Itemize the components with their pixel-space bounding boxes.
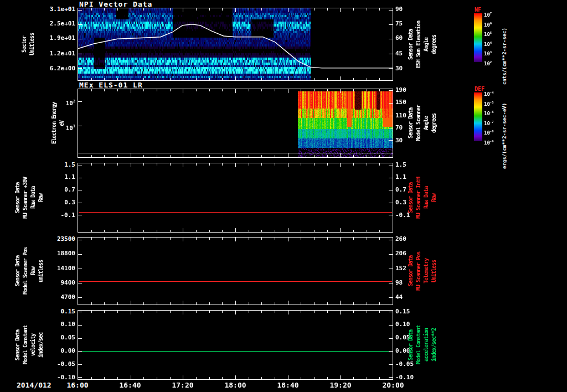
right-axis-label-1-line-1: ESH Sun Elevation	[415, 8, 423, 81]
x-tick-mark	[353, 78, 354, 80]
right-axis-label-4-line-3: Unitless	[431, 237, 439, 305]
y-tick-mark	[389, 254, 393, 255]
exp-base: 10	[484, 12, 490, 18]
x-tick-mark	[314, 302, 315, 305]
x-tick-mark	[104, 238, 105, 240]
exp-sup: -9	[490, 140, 494, 143]
x-tick-mark	[183, 76, 183, 80]
y-tick-mark	[78, 101, 82, 102]
colorbar-nf-title: NF	[475, 7, 481, 13]
x-tick-mark	[288, 89, 288, 93]
colorbar-tick-label: 102	[484, 59, 501, 65]
exp-base: 10	[484, 61, 490, 66]
x-tick-mark	[288, 238, 288, 241]
y-tick-label: 1.9e+01	[32, 35, 75, 42]
x-tick-mark	[249, 155, 249, 157]
y-tick-mark	[389, 90, 393, 91]
x-tick-mark	[131, 89, 131, 93]
x-tick-mark	[235, 8, 236, 12]
x-tick-mark	[340, 89, 341, 93]
x-tick-mark	[288, 301, 288, 305]
x-tick-mark	[157, 238, 157, 240]
left-axis-label-2: Electron EnergyeV	[51, 89, 66, 158]
x-tick-mark	[301, 163, 301, 166]
x-tick-mark	[222, 230, 223, 232]
y-tick-mark	[389, 128, 393, 128]
left-axis-label-4-line-2: Raw	[30, 237, 38, 305]
colorbar-def-title: DEF	[475, 86, 484, 92]
colorbar-tick-label: 103	[484, 49, 501, 55]
exp-sup: -6	[490, 110, 494, 114]
right-axis-label-4-line-1: MU Scanner Pos	[415, 237, 423, 305]
y-tick-mark	[78, 10, 82, 11]
x-tick-mark	[222, 311, 223, 313]
x-tick-mark	[104, 377, 105, 379]
exp-base: 10	[484, 111, 490, 116]
x-tick-mark	[327, 78, 328, 80]
x-tick-mark	[327, 377, 328, 379]
x-tick-mark	[275, 163, 275, 166]
x-tick-mark	[327, 311, 328, 313]
y-tick-mark	[78, 377, 82, 378]
x-tick-mark	[170, 377, 171, 379]
x-tick-mark	[379, 163, 380, 166]
left-axis-label-1-line-0: Sector	[21, 8, 29, 81]
x-tick-mark	[275, 8, 275, 11]
x-tick-mark	[143, 78, 144, 80]
x-tick-mark	[288, 153, 288, 157]
x-tick-mark	[275, 89, 275, 91]
x-tick-mark	[104, 163, 105, 166]
y-tick-mark	[78, 312, 82, 312]
right-axis-label-1: Sensor DataESH Sun ElevationAngledegrees	[408, 8, 439, 81]
x-tick-mark	[353, 155, 354, 157]
right-axis-label-3-line-0: Sensor Data	[408, 163, 415, 233]
colorbar-tick-label: 10-9	[484, 138, 501, 144]
x-tick-mark	[157, 230, 157, 232]
y-tick-mark	[78, 283, 82, 283]
y-tick-mark	[389, 190, 393, 190]
x-tick-mark	[196, 155, 197, 157]
x-tick-mark	[353, 238, 354, 240]
line-plot-area-5	[78, 311, 393, 379]
exp-base: 10	[484, 130, 490, 136]
x-tick-mark	[117, 230, 118, 232]
left-axis-label-1-line-1: Unitless	[29, 8, 37, 81]
x-tick-mark	[340, 238, 341, 241]
colorbar-tick-label: 107	[484, 11, 501, 16]
x-tick-mark	[340, 153, 341, 157]
x-tick-mark	[222, 302, 223, 305]
x-tick-mark	[183, 228, 183, 232]
x-tick-mark	[117, 302, 118, 305]
right-axis-label-3-line-2: Raw Data	[423, 163, 431, 233]
left-axis-label-3-line-2: Raw Data	[30, 163, 38, 233]
x-tick-mark	[327, 8, 328, 11]
x-tick-mark	[367, 302, 367, 305]
y-tick-mark	[389, 39, 393, 39]
x-tick-mark	[196, 230, 197, 232]
y-tick-label: 3.1e+01	[32, 6, 75, 13]
x-tick-mark	[209, 230, 210, 232]
x-tick-mark	[327, 163, 328, 166]
x-tick-mark	[143, 8, 144, 11]
x-tick-mark	[367, 163, 367, 166]
x-tick-mark	[379, 230, 380, 232]
x-tick-mark	[301, 155, 301, 157]
y-tick-mark	[78, 254, 82, 255]
left-axis-label-5-line-1: Model Constant	[22, 310, 30, 380]
x-tick-mark	[353, 163, 354, 166]
right-axis-label-2-line-3: degrees	[431, 89, 439, 158]
x-tick-mark	[170, 8, 171, 11]
x-tick-mark	[353, 311, 354, 313]
exp-sup: -5	[490, 101, 494, 104]
exp-sup: -4	[490, 91, 494, 94]
x-tick-mark	[261, 155, 262, 157]
x-tick-mark	[288, 8, 288, 12]
x-tick-mark	[143, 238, 144, 240]
x-tick-mark	[157, 311, 157, 313]
exp-sup: -7	[490, 120, 494, 123]
exp-base: 10	[484, 91, 490, 97]
x-tick-mark	[235, 375, 236, 379]
x-tick-mark	[143, 89, 144, 91]
x-tick-mark	[314, 311, 315, 313]
colorbar-tick-label: 10-5	[484, 100, 501, 105]
